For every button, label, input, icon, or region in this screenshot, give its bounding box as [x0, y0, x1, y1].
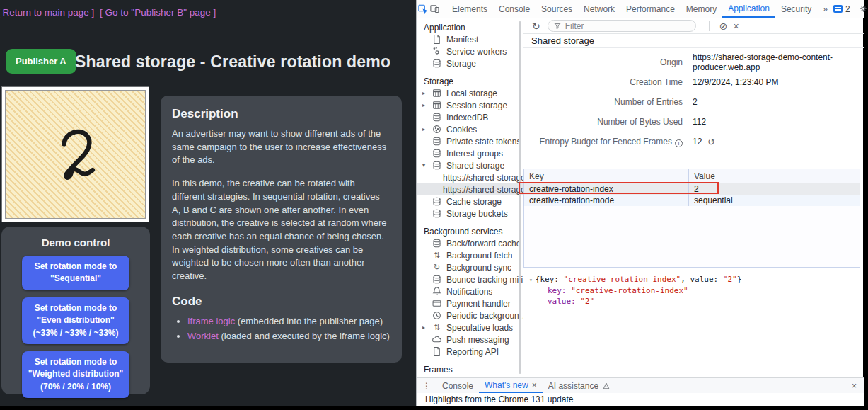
- code-item-note: (loaded and executed by the iframe logic…: [219, 331, 390, 341]
- bell-icon: [432, 286, 442, 297]
- database-icon: [432, 208, 442, 219]
- cookie-icon: [432, 124, 442, 135]
- document-icon: [432, 346, 442, 357]
- worklet-link[interactable]: Worklet: [187, 331, 219, 341]
- sidebar-item-periodic-background-sync[interactable]: Periodic backgroun…: [417, 309, 523, 321]
- sidebar-item-background-fetch[interactable]: ⇅Background fetch: [417, 249, 523, 261]
- sidebar-item-indexeddb[interactable]: IndexedDB: [417, 111, 523, 123]
- database-icon: [432, 238, 442, 249]
- code-list: Iframe logic (embedded into the publishe…: [187, 315, 390, 343]
- shared-storage-panel: ↻ ⊘ × Shared storage Origin https://shar…: [523, 18, 864, 377]
- chevron-right-icon[interactable]: ▸: [422, 90, 432, 96]
- top-nav: [ Return to main page ] [ Go to "Publish…: [0, 7, 219, 18]
- sidebar-item-label: Interest groups: [446, 149, 503, 159]
- field-value: 112: [693, 117, 706, 127]
- sidebar-item-shared-storage[interactable]: ▾Shared storage: [417, 159, 523, 171]
- arrows-up-down-icon: ⇅: [432, 323, 442, 332]
- sidebar-item-storage[interactable]: Storage: [417, 57, 523, 69]
- clear-all-icon[interactable]: ⊘: [717, 21, 731, 32]
- close-drawer-icon[interactable]: ×: [852, 381, 864, 391]
- tab-sources[interactable]: Sources: [536, 1, 578, 18]
- sidebar-item-payment-handler[interactable]: Payment handler: [417, 297, 523, 309]
- chevron-right-icon[interactable]: ▸: [422, 102, 432, 108]
- iframe-logic-link[interactable]: Iframe logic: [187, 316, 235, 326]
- sidebar-item-background-sync[interactable]: ↻Background sync: [417, 261, 523, 273]
- table-icon: [432, 100, 442, 110]
- drawer-tab-whats-new[interactable]: What's new×: [479, 379, 543, 393]
- sidebar-scrollbar[interactable]: [519, 21, 521, 374]
- field-label: Number of Bytes Used: [523, 117, 683, 127]
- sidebar-item-reporting-api[interactable]: Reporting API: [417, 346, 523, 358]
- database-icon: [432, 196, 442, 207]
- tab-memory[interactable]: Memory: [681, 1, 722, 18]
- chevron-right-icon[interactable]: ▸: [422, 324, 432, 331]
- refresh-icon[interactable]: ↻: [529, 21, 543, 32]
- sidebar-item-shared-storage-origin-1[interactable]: https://shared-storage…: [417, 171, 523, 183]
- info-icon[interactable]: i: [675, 139, 683, 147]
- sidebar-item-interest-groups[interactable]: Interest groups: [417, 147, 523, 159]
- sidebar-item-notifications[interactable]: Notifications: [417, 285, 523, 297]
- sidebar-item-label: Back/forward cache: [446, 239, 521, 249]
- drawer-tab-ai-assistance[interactable]: AI assistance: [543, 379, 616, 393]
- tab-network[interactable]: Network: [578, 1, 620, 18]
- delete-selected-icon[interactable]: ×: [730, 21, 741, 32]
- drawer-menu-icon[interactable]: ⋮: [417, 381, 436, 391]
- drawer-tab-console[interactable]: Console: [436, 379, 479, 393]
- sidebar-item-speculative-loads[interactable]: ▸⇅Speculative loads: [417, 321, 523, 334]
- field-label: Entropy Budget for Fenced Framesi: [523, 137, 683, 147]
- issues-count: 2: [845, 4, 850, 14]
- clock-icon: [432, 310, 442, 321]
- publisher-page: [ Return to main page ] [ Go to "Publish…: [0, 0, 416, 406]
- sidebar-item-session-storage[interactable]: ▸Session storage: [417, 99, 523, 111]
- column-header-value[interactable]: Value: [689, 169, 860, 183]
- toolbar-divider: [709, 21, 710, 31]
- preview-summary-line[interactable]: ▾{key: "creative-rotation-index", value:…: [529, 274, 864, 285]
- sidebar-item-cache-storage[interactable]: Cache storage: [417, 195, 523, 207]
- sidebar-item-cookies[interactable]: ▸Cookies: [417, 123, 523, 135]
- set-even-distribution-button[interactable]: Set rotation mode to "Even distribution"…: [22, 297, 129, 344]
- close-tab-icon[interactable]: ×: [532, 379, 537, 392]
- chevron-down-icon[interactable]: ▾: [422, 162, 432, 169]
- whats-new-content: Highlights from the Chrome 131 update: [417, 393, 864, 406]
- sidebar-item-local-storage[interactable]: ▸Local storage: [417, 87, 523, 99]
- filter-box[interactable]: [548, 20, 696, 32]
- sidebar-item-bounce-tracking[interactable]: Bounce tracking miti…: [417, 273, 523, 285]
- list-item: Worklet (loaded and executed by the ifra…: [187, 330, 390, 343]
- arrows-up-down-icon: ⇅: [432, 251, 442, 260]
- tab-console[interactable]: Console: [493, 1, 536, 18]
- sidebar-item-push-messaging[interactable]: Push messaging: [417, 334, 523, 346]
- settings-gear-icon[interactable]: [857, 2, 868, 16]
- inspect-element-icon[interactable]: [417, 2, 428, 16]
- tab-elements[interactable]: Elements: [446, 1, 493, 18]
- set-weighted-distribution-button[interactable]: Set rotation mode to "Weighted distribut…: [22, 351, 129, 398]
- sidebar-item-back-forward-cache[interactable]: Back/forward cache: [417, 237, 523, 249]
- set-sequential-button[interactable]: Set rotation mode to "Sequential": [22, 256, 129, 290]
- expand-arrow-icon[interactable]: ▾: [529, 277, 533, 283]
- sidebar-item-label: Session storage: [446, 101, 507, 110]
- issues-badge[interactable]: 2: [833, 4, 850, 14]
- publisher-b-link[interactable]: [ Go to "Publisher B" page ]: [100, 7, 216, 18]
- sidebar-item-label: https://shared-storage…: [443, 185, 523, 195]
- payment-card-icon: [432, 298, 442, 309]
- sidebar-item-manifest[interactable]: Manifest: [417, 33, 523, 45]
- sidebar-item-private-state-tokens[interactable]: Private state tokens: [417, 135, 523, 147]
- device-toolbar-icon[interactable]: [429, 2, 440, 16]
- tab-performance[interactable]: Performance: [620, 1, 681, 18]
- sidebar-item-service-workers[interactable]: Service workers: [417, 45, 523, 57]
- chevron-right-icon[interactable]: ▸: [422, 126, 432, 132]
- sidebar-item-label: Reporting API: [446, 347, 499, 357]
- sidebar-item-shared-storage-origin-2[interactable]: https://shared-storage…: [417, 183, 523, 195]
- tab-application[interactable]: Application: [722, 1, 775, 18]
- tab-security[interactable]: Security: [775, 1, 817, 18]
- publisher-badge: Publisher A: [6, 49, 76, 74]
- metadata-fields: Origin https://shared-storage-demo-conte…: [523, 52, 864, 152]
- entry-preview-pane: ▾{key: "creative-rotation-index", value:…: [523, 268, 864, 377]
- filter-input[interactable]: [565, 21, 678, 31]
- more-tabs-icon[interactable]: »: [817, 1, 833, 18]
- reset-budget-icon[interactable]: ↺: [707, 137, 715, 147]
- sidebar-item-storage-buckets[interactable]: Storage buckets: [417, 207, 523, 220]
- field-label: Origin: [523, 57, 683, 67]
- column-header-key[interactable]: Key: [524, 169, 689, 183]
- table-row[interactable]: creative-rotation-mode sequential: [524, 195, 860, 206]
- return-main-link[interactable]: [ Return to main page ]: [0, 7, 94, 18]
